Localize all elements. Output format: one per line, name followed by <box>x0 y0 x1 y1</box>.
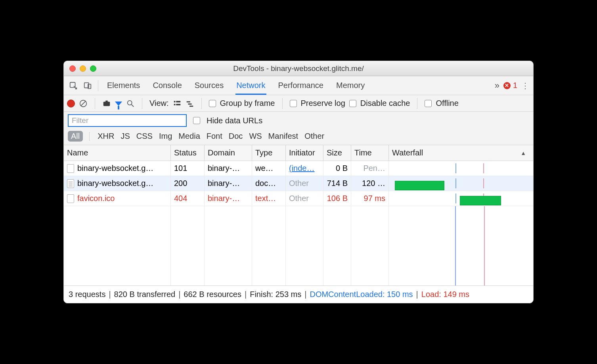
device-toggle-icon[interactable] <box>80 81 95 90</box>
filter-manifest[interactable]: Manifest <box>268 132 298 141</box>
filter-all[interactable]: All <box>68 131 83 142</box>
cell-name: favicon.ico <box>64 191 171 206</box>
svg-rect-4 <box>103 102 110 106</box>
cell-waterfall <box>389 161 533 176</box>
file-icon <box>67 194 74 203</box>
svg-rect-7 <box>174 101 175 102</box>
sort-indicator-icon: ▲ <box>520 150 530 156</box>
large-rows-icon[interactable] <box>173 99 182 108</box>
disable-cache-checkbox[interactable] <box>349 100 356 107</box>
separator <box>98 80 98 91</box>
record-button[interactable] <box>67 100 75 107</box>
group-by-frame-checkbox[interactable] <box>209 100 216 107</box>
cell-size: 106 B <box>323 191 351 206</box>
col-type[interactable]: Type <box>252 145 286 161</box>
window-controls <box>64 65 96 72</box>
filter-css[interactable]: CSS <box>136 132 153 141</box>
clear-button[interactable] <box>79 99 88 108</box>
request-name: binary-websocket.g… <box>77 179 153 188</box>
filter-icon[interactable] <box>115 101 122 106</box>
col-time[interactable]: Time <box>351 145 389 161</box>
svg-rect-5 <box>105 100 108 102</box>
tab-sources[interactable]: Sources <box>194 76 224 95</box>
waterfall-bar <box>460 196 501 205</box>
cell-type: text… <box>252 191 286 206</box>
sb-finish: Finish: 253 ms <box>250 290 301 299</box>
separator <box>95 98 95 109</box>
table-row[interactable]: binary-websocket.g…101binary-…we…(inde…0… <box>64 161 533 176</box>
view-label: View: <box>149 99 169 108</box>
hide-data-urls-checkbox[interactable] <box>193 117 200 124</box>
request-name: binary-websocket.g… <box>77 164 153 173</box>
document-icon <box>67 179 74 188</box>
disable-cache-label: Disable cache <box>360 99 410 108</box>
col-status[interactable]: Status <box>171 145 205 161</box>
separator <box>142 98 142 109</box>
cell-time: 120 … <box>351 176 389 191</box>
screenshot-icon[interactable] <box>102 99 111 108</box>
filter-js[interactable]: JS <box>121 132 130 141</box>
filter-input[interactable]: Filter <box>68 114 187 127</box>
cell-status: 404 <box>171 191 205 206</box>
svg-rect-11 <box>186 101 190 102</box>
col-waterfall[interactable]: Waterfall ▲ <box>389 145 533 161</box>
settings-menu-button[interactable]: ⋮ <box>520 81 531 90</box>
sb-dcl: DOMContentLoaded: 150 ms <box>310 290 413 299</box>
inspect-element-icon[interactable] <box>66 81 80 90</box>
titlebar: DevTools - binary-websocket.glitch.me/ <box>64 61 533 76</box>
cell-size: 0 B <box>323 161 351 176</box>
sb-resources: 662 B resources <box>184 290 241 299</box>
timeline-guide <box>455 206 456 285</box>
empty-grid-area <box>64 206 533 285</box>
filter-xhr[interactable]: XHR <box>98 132 114 141</box>
separator <box>282 98 283 109</box>
filter-other[interactable]: Other <box>304 132 324 141</box>
svg-rect-8 <box>176 101 180 102</box>
cell-name: binary-websocket.g… <box>64 176 171 191</box>
filter-font[interactable]: Font <box>207 132 222 141</box>
more-tabs-button[interactable]: » <box>491 80 503 91</box>
minimize-window-button[interactable] <box>80 65 86 72</box>
tab-elements[interactable]: Elements <box>106 76 141 95</box>
waterfall-bar <box>395 181 444 190</box>
filter-doc[interactable]: Doc <box>229 132 243 141</box>
overview-icon[interactable] <box>186 99 194 108</box>
cell-initiator: Other <box>286 191 323 206</box>
separator <box>201 98 202 109</box>
tab-console[interactable]: Console <box>152 76 182 95</box>
maximize-window-button[interactable] <box>90 65 96 72</box>
col-waterfall-label: Waterfall <box>392 148 423 157</box>
cell-waterfall <box>389 176 533 191</box>
cell-initiator: (inde… <box>286 161 323 176</box>
network-toolbar: View: Group by frame Preserve log Disabl… <box>64 95 533 112</box>
tab-memory[interactable]: Memory <box>335 76 365 95</box>
search-icon[interactable] <box>126 99 135 108</box>
table-row[interactable]: binary-websocket.g…200binary-…doc…Other7… <box>64 176 533 191</box>
cell-type: doc… <box>252 176 286 191</box>
cell-status: 200 <box>171 176 205 191</box>
request-name: favicon.ico <box>77 194 115 203</box>
col-domain[interactable]: Domain <box>205 145 252 161</box>
error-count: 1 <box>513 81 517 90</box>
filter-ws[interactable]: WS <box>249 132 262 141</box>
table-row[interactable]: favicon.ico404binary-…text…Other106 B97 … <box>64 191 533 206</box>
cell-name: binary-websocket.g… <box>64 161 171 176</box>
filter-img[interactable]: Img <box>159 132 172 141</box>
col-size[interactable]: Size <box>323 145 351 161</box>
preserve-log-checkbox[interactable] <box>290 100 297 107</box>
status-bar: 3 requests | 820 B transferred | 662 B r… <box>64 285 533 303</box>
tab-network[interactable]: Network <box>235 76 266 95</box>
cell-time: 97 ms <box>351 191 389 206</box>
offline-checkbox[interactable] <box>425 100 432 107</box>
type-filter-bar: All XHR JS CSS Img Media Font Doc WS Man… <box>64 129 533 145</box>
cell-time: Pen… <box>351 161 389 176</box>
close-window-button[interactable] <box>69 65 76 72</box>
col-initiator[interactable]: Initiator <box>286 145 323 161</box>
group-by-frame-label: Group by frame <box>220 99 275 108</box>
tab-performance[interactable]: Performance <box>277 76 325 95</box>
offline-label: Offline <box>436 99 458 108</box>
filter-media[interactable]: Media <box>178 132 200 141</box>
error-count-badge[interactable]: ✕ 1 <box>503 81 520 90</box>
col-name[interactable]: Name <box>64 145 171 161</box>
table-header: Name Status Domain Type Initiator Size T… <box>64 145 533 161</box>
